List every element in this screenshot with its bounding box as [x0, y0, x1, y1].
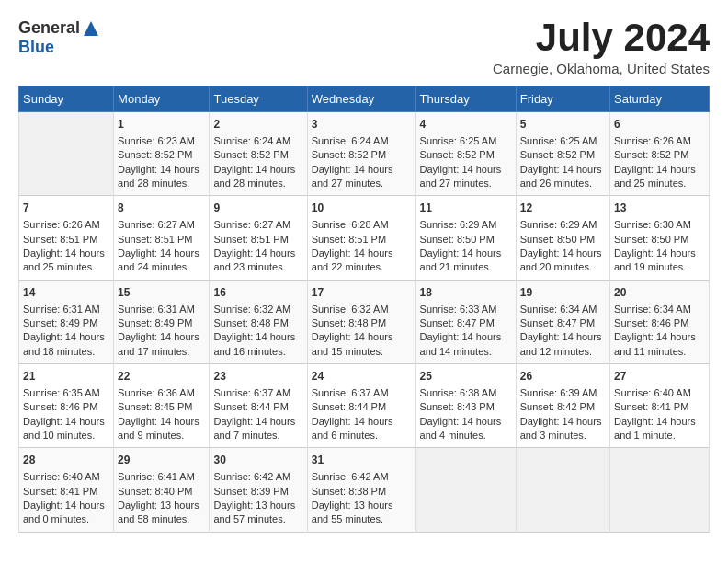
daylight-text: Daylight: 14 hours and 25 minutes. [614, 163, 705, 191]
day-number: 27 [614, 369, 705, 385]
calendar-cell: 12Sunrise: 6:29 AMSunset: 8:50 PMDayligh… [516, 196, 609, 280]
sunset-text: Sunset: 8:39 PM [213, 485, 302, 499]
calendar-week-row: 14Sunrise: 6:31 AMSunset: 8:49 PMDayligh… [19, 280, 710, 363]
day-number: 4 [420, 117, 512, 132]
sunset-text: Sunset: 8:40 PM [118, 485, 205, 499]
daylight-text: Daylight: 13 hours and 55 minutes. [312, 499, 412, 527]
sunset-text: Sunset: 8:46 PM [23, 400, 109, 414]
calendar-cell: 16Sunrise: 6:32 AMSunset: 8:48 PMDayligh… [210, 280, 307, 363]
sunrise-text: Sunrise: 6:29 AM [420, 218, 512, 232]
calendar-cell: 7Sunrise: 6:26 AMSunset: 8:51 PMDaylight… [19, 196, 114, 280]
page-header: General Blue July 2024 Carnegie, Oklahom… [18, 18, 710, 76]
daylight-text: Daylight: 14 hours and 25 minutes. [23, 247, 109, 275]
daylight-text: Daylight: 13 hours and 57 minutes. [213, 499, 302, 527]
sunset-text: Sunset: 8:42 PM [520, 400, 606, 414]
sunset-text: Sunset: 8:51 PM [23, 233, 109, 247]
calendar-cell: 2Sunrise: 6:24 AMSunset: 8:52 PMDaylight… [210, 112, 307, 196]
sunrise-text: Sunrise: 6:24 AM [312, 134, 412, 148]
sunset-text: Sunset: 8:45 PM [118, 400, 205, 414]
sunrise-text: Sunrise: 6:31 AM [23, 303, 109, 316]
calendar-cell: 8Sunrise: 6:27 AMSunset: 8:51 PMDaylight… [114, 196, 210, 280]
sunset-text: Sunset: 8:41 PM [614, 400, 705, 414]
daylight-text: Daylight: 14 hours and 28 minutes. [213, 163, 302, 191]
day-number: 14 [23, 285, 109, 301]
daylight-text: Daylight: 14 hours and 19 minutes. [614, 247, 705, 275]
sunrise-text: Sunrise: 6:26 AM [23, 218, 109, 232]
daylight-text: Daylight: 14 hours and 27 minutes. [312, 163, 412, 191]
sunrise-text: Sunrise: 6:40 AM [23, 470, 109, 484]
sunset-text: Sunset: 8:47 PM [520, 316, 606, 330]
daylight-text: Daylight: 14 hours and 12 minutes. [520, 330, 606, 359]
day-number: 13 [614, 201, 705, 216]
calendar-table: SundayMondayTuesdayWednesdayThursdayFrid… [18, 86, 710, 533]
daylight-text: Daylight: 14 hours and 23 minutes. [213, 247, 302, 275]
sunrise-text: Sunrise: 6:42 AM [213, 470, 302, 484]
day-number: 23 [213, 369, 302, 385]
sunrise-text: Sunrise: 6:29 AM [520, 218, 606, 232]
calendar-cell [516, 448, 609, 532]
sunset-text: Sunset: 8:52 PM [118, 148, 205, 162]
sunset-text: Sunset: 8:52 PM [614, 148, 705, 162]
sunrise-text: Sunrise: 6:37 AM [312, 386, 412, 400]
daylight-text: Daylight: 14 hours and 24 minutes. [118, 247, 205, 275]
calendar-cell: 26Sunrise: 6:39 AMSunset: 8:42 PMDayligh… [516, 364, 609, 448]
calendar-cell: 21Sunrise: 6:35 AMSunset: 8:46 PMDayligh… [19, 364, 114, 448]
calendar-cell: 17Sunrise: 6:32 AMSunset: 8:48 PMDayligh… [307, 280, 415, 363]
daylight-text: Daylight: 14 hours and 28 minutes. [118, 163, 205, 191]
logo-icon [82, 19, 100, 38]
day-number: 15 [118, 285, 205, 301]
sunrise-text: Sunrise: 6:37 AM [213, 386, 302, 400]
calendar-cell: 28Sunrise: 6:40 AMSunset: 8:41 PMDayligh… [19, 448, 114, 532]
sunset-text: Sunset: 8:38 PM [312, 485, 412, 499]
day-number: 26 [520, 369, 606, 385]
calendar-cell: 5Sunrise: 6:25 AMSunset: 8:52 PMDaylight… [516, 112, 609, 196]
calendar-cell: 6Sunrise: 6:26 AMSunset: 8:52 PMDaylight… [610, 112, 710, 196]
calendar-cell: 30Sunrise: 6:42 AMSunset: 8:39 PMDayligh… [210, 448, 307, 532]
daylight-text: Daylight: 13 hours and 58 minutes. [118, 499, 205, 527]
sunset-text: Sunset: 8:50 PM [520, 233, 606, 247]
sunset-text: Sunset: 8:51 PM [312, 233, 412, 247]
calendar-cell: 14Sunrise: 6:31 AMSunset: 8:49 PMDayligh… [19, 280, 114, 363]
day-number: 17 [312, 285, 412, 301]
month-year-title: July 2024 [493, 18, 710, 57]
daylight-text: Daylight: 14 hours and 6 minutes. [312, 415, 412, 443]
day-number: 12 [520, 201, 606, 216]
day-number: 28 [23, 453, 109, 468]
day-number: 24 [312, 369, 412, 385]
sunrise-text: Sunrise: 6:35 AM [23, 386, 109, 400]
weekday-header-tuesday: Tuesday [210, 86, 307, 112]
sunrise-text: Sunrise: 6:30 AM [614, 218, 705, 232]
day-number: 25 [420, 369, 512, 385]
logo-blue-text: Blue [18, 38, 54, 57]
daylight-text: Daylight: 14 hours and 16 minutes. [213, 330, 302, 359]
sunset-text: Sunset: 8:48 PM [312, 316, 412, 330]
sunrise-text: Sunrise: 6:25 AM [520, 134, 606, 148]
sunrise-text: Sunrise: 6:27 AM [213, 218, 302, 232]
day-number: 18 [420, 285, 512, 301]
daylight-text: Daylight: 14 hours and 1 minute. [614, 415, 705, 443]
calendar-cell: 9Sunrise: 6:27 AMSunset: 8:51 PMDaylight… [210, 196, 307, 280]
day-number: 3 [312, 117, 412, 132]
sunrise-text: Sunrise: 6:32 AM [213, 303, 302, 316]
calendar-cell: 11Sunrise: 6:29 AMSunset: 8:50 PMDayligh… [415, 196, 516, 280]
daylight-text: Daylight: 14 hours and 10 minutes. [23, 415, 109, 443]
logo: General Blue [18, 18, 100, 57]
day-number: 31 [312, 453, 412, 468]
sunset-text: Sunset: 8:44 PM [312, 400, 412, 414]
calendar-cell: 18Sunrise: 6:33 AMSunset: 8:47 PMDayligh… [415, 280, 516, 363]
sunset-text: Sunset: 8:49 PM [23, 316, 109, 330]
sunset-text: Sunset: 8:52 PM [213, 148, 302, 162]
sunrise-text: Sunrise: 6:28 AM [312, 218, 412, 232]
daylight-text: Daylight: 14 hours and 21 minutes. [420, 247, 512, 275]
weekday-header-saturday: Saturday [610, 86, 710, 112]
sunset-text: Sunset: 8:50 PM [420, 233, 512, 247]
calendar-cell: 23Sunrise: 6:37 AMSunset: 8:44 PMDayligh… [210, 364, 307, 448]
sunset-text: Sunset: 8:50 PM [614, 233, 705, 247]
calendar-cell: 4Sunrise: 6:25 AMSunset: 8:52 PMDaylight… [415, 112, 516, 196]
sunrise-text: Sunrise: 6:39 AM [520, 386, 606, 400]
weekday-header-monday: Monday [114, 86, 210, 112]
sunset-text: Sunset: 8:47 PM [420, 316, 512, 330]
logo-general-text: General [18, 18, 80, 38]
day-number: 7 [23, 201, 109, 216]
calendar-cell: 3Sunrise: 6:24 AMSunset: 8:52 PMDaylight… [307, 112, 415, 196]
